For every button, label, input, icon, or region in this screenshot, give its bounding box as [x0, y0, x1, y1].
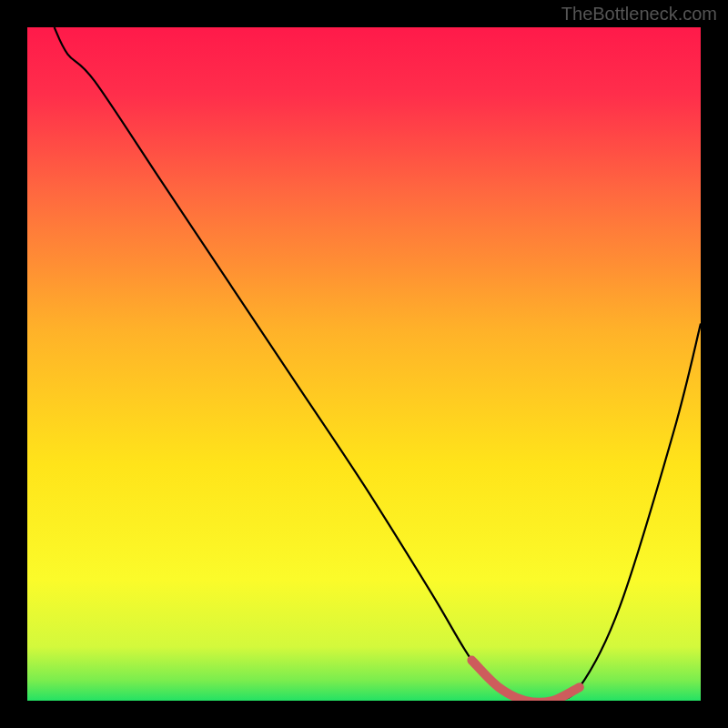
bottleneck-chart [27, 27, 701, 701]
watermark-text: TheBottleneck.com [561, 4, 717, 25]
gradient-background [27, 27, 701, 701]
chart-plot-area [27, 27, 701, 701]
